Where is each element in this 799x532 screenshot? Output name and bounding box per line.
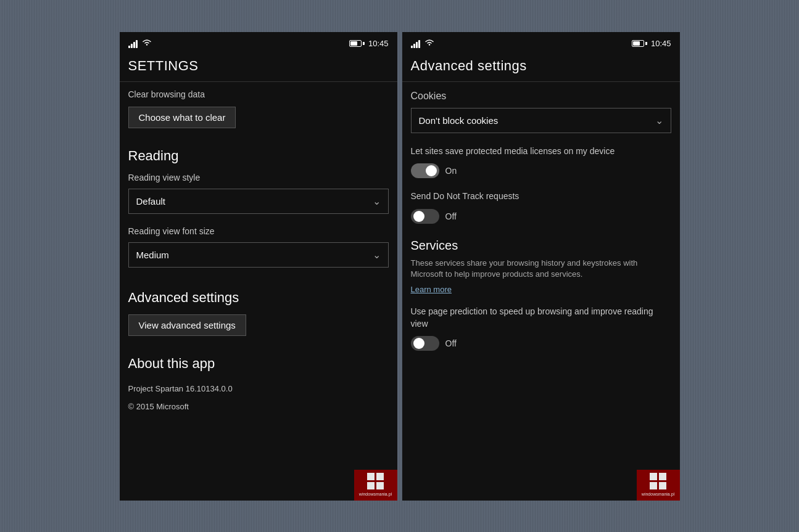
do-not-track-row: Send Do Not Track requests Off (402, 184, 680, 230)
media-licenses-label: Let sites save protected media licenses … (411, 145, 671, 158)
choose-what-to-clear-button[interactable]: Choose what to clear (128, 107, 236, 128)
status-left-right (411, 38, 435, 49)
services-section: Services These services share your brows… (402, 230, 680, 300)
media-licenses-knob (426, 165, 437, 176)
status-bar-left: 10:45 (120, 32, 397, 54)
app-version: Project Spartan 16.10134.0.0 (120, 378, 397, 396)
right-phone: 10:45 Advanced settings Cookies Don't bl… (402, 32, 680, 501)
watermark-right: windowsmania.pl (637, 470, 680, 501)
do-not-track-knob (413, 211, 424, 222)
time-display-right: 10:45 (651, 39, 671, 48)
reading-style-label: Reading view style (120, 170, 397, 186)
reading-style-dropdown[interactable]: Default ⌄ (128, 189, 389, 214)
cookies-arrow: ⌄ (655, 115, 663, 126)
page-prediction-knob (413, 338, 424, 349)
reading-heading: Reading (120, 136, 397, 170)
battery-icon (349, 40, 365, 47)
page-prediction-section: Use page prediction to speed up browsing… (402, 300, 680, 357)
do-not-track-label: Send Do Not Track requests (411, 190, 671, 203)
advanced-settings-heading: Advanced settings (120, 277, 397, 312)
page-prediction-toggle-container: Off (411, 336, 671, 351)
page-title-left: SETTINGS (120, 54, 397, 81)
media-licenses-toggle-container: On (411, 163, 671, 178)
signal-icon (128, 39, 138, 48)
status-bar-right: 10:45 (402, 32, 680, 54)
media-licenses-row: Let sites save protected media licenses … (402, 139, 680, 185)
media-licenses-state: On (445, 166, 457, 176)
clear-browsing-label: Clear browsing data (120, 82, 397, 104)
time-display-left: 10:45 (368, 39, 389, 48)
wifi-icon-right (424, 38, 435, 49)
copyright: © 2015 Microsoft (120, 396, 397, 414)
watermark-left: windowsmania.pl (354, 470, 397, 501)
learn-more-link[interactable]: Learn more (411, 285, 452, 294)
do-not-track-toggle[interactable] (411, 209, 439, 224)
wifi-icon (141, 38, 152, 49)
cookies-dropdown[interactable]: Don't block cookies ⌄ (411, 108, 671, 133)
page-title-right: Advanced settings (402, 54, 680, 81)
reading-font-label: Reading view font size (120, 224, 397, 240)
do-not-track-toggle-container: Off (411, 209, 671, 224)
reading-style-value: Default (136, 196, 166, 207)
signal-icon-right (411, 39, 420, 48)
do-not-track-state: Off (445, 211, 457, 221)
reading-font-value: Medium (136, 250, 169, 260)
status-left (128, 38, 152, 49)
status-right: 10:45 (349, 39, 389, 48)
reading-style-arrow: ⌄ (373, 195, 381, 207)
cookies-value: Don't block cookies (419, 115, 499, 126)
services-heading: Services (411, 239, 671, 253)
status-right-right: 10:45 (632, 39, 671, 48)
page-prediction-state: Off (445, 338, 457, 348)
page-prediction-label: Use page prediction to speed up browsing… (411, 306, 671, 330)
left-phone: 10:45 SETTINGS Clear browsing data Choos… (120, 32, 397, 501)
page-prediction-toggle[interactable] (411, 336, 439, 351)
view-advanced-settings-button[interactable]: View advanced settings (128, 314, 246, 336)
reading-font-dropdown[interactable]: Medium ⌄ (128, 242, 389, 268)
battery-icon-right (632, 40, 647, 47)
cookies-label: Cookies (411, 91, 671, 102)
cookies-section: Cookies Don't block cookies ⌄ (402, 82, 680, 139)
media-licenses-toggle[interactable] (411, 163, 439, 178)
about-heading: About this app (120, 343, 397, 378)
reading-font-arrow: ⌄ (373, 249, 381, 261)
services-description: These services share your browsing histo… (411, 258, 671, 280)
